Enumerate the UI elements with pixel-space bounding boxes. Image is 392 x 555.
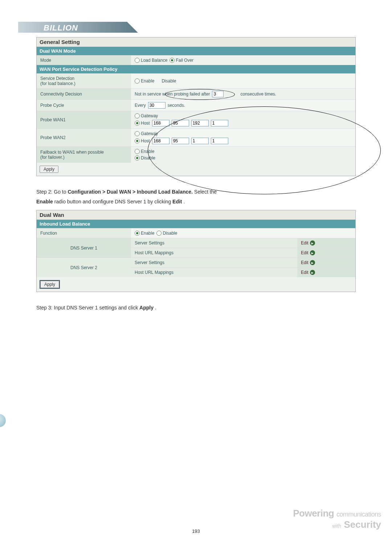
pc-input[interactable] — [148, 102, 166, 109]
func-disable-radio[interactable]: Disable — [156, 231, 177, 236]
step2-tail: . — [183, 199, 185, 204]
failback-value: Enable Disable — [131, 147, 355, 163]
step2-text: Step 2: Go to Configuration > Dual WAN >… — [36, 187, 356, 206]
edit-icon: ▸ — [310, 250, 315, 255]
dns1-server-settings: Server Settings — [131, 238, 297, 248]
probe-wan2-label: Probe WAN2 — [37, 129, 131, 146]
fb-disable-radio[interactable]: Disable — [135, 155, 155, 161]
cd-input[interactable] — [212, 91, 224, 97]
func-enable-radio[interactable]: Enable — [135, 231, 154, 236]
pw1-gateway-radio[interactable]: Gateway — [135, 113, 158, 118]
powering-word: Powering — [293, 508, 334, 519]
dual-wan-panel: Dual Wan Inbound Load Balance Function E… — [36, 210, 356, 292]
function-value: Enable Disable — [131, 228, 355, 238]
edit-icon: ▸ — [310, 270, 315, 275]
pw1-ip-1[interactable] — [172, 120, 189, 126]
step2-enable: Enable — [36, 199, 53, 204]
func-enable-text: Enable — [141, 231, 154, 236]
page-footer: 193 Powering communications with Securit… — [0, 528, 392, 534]
step2-mid2: radio button and configure DNS Server 1 … — [54, 199, 172, 204]
dns1-host-url: Host URL Mappings — [131, 248, 297, 258]
pc-post: seconds. — [168, 103, 185, 108]
pw2-host-text: Host — [141, 138, 150, 143]
sd-enable-radio[interactable]: Enable — [135, 78, 154, 84]
dns2-host-url: Host URL Mappings — [131, 267, 297, 277]
mode-fail-over-radio[interactable]: Fail Over — [170, 58, 193, 63]
section-wan-detect: WAN Port Service Detection Policy — [37, 65, 355, 73]
powering-logo: Powering communications with Security — [293, 508, 381, 530]
step2-path: Configuration > Dual WAN > Inbound Load … — [68, 189, 193, 195]
pc-pre: Every — [135, 103, 146, 108]
sd-enable-text: Enable — [141, 78, 154, 84]
radio-icon — [156, 231, 162, 236]
radio-icon — [135, 113, 140, 118]
fb-enable-text: Enable — [141, 149, 154, 154]
pw2-gateway-radio[interactable]: Gateway — [135, 131, 158, 136]
billion-logo-icon: BILLION — [18, 22, 138, 38]
pw2-ip-2[interactable] — [191, 138, 209, 144]
fb-enable-radio[interactable]: Enable — [135, 149, 154, 154]
probe-wan1-value: Gateway Host — [131, 111, 355, 129]
step2-mid1: Select the — [194, 189, 217, 195]
pw2-ip-1[interactable] — [172, 138, 189, 144]
pw2-ip-3[interactable] — [211, 138, 228, 144]
apply-button[interactable]: Apply — [40, 166, 58, 173]
pw1-ip-3[interactable] — [211, 120, 228, 126]
pw2-ip-0[interactable] — [152, 138, 170, 144]
pw1-ip-2[interactable] — [191, 120, 209, 126]
decorative-orb-icon — [0, 414, 6, 427]
function-label: Function — [37, 228, 131, 238]
pw1-ip-0[interactable] — [152, 120, 170, 126]
radio-icon — [170, 58, 175, 63]
probe-cycle-label: Probe Cycle — [37, 100, 131, 111]
probe-wan1-label: Probe WAN1 — [37, 111, 131, 129]
radio-icon — [135, 155, 140, 161]
security-word: Security — [344, 519, 381, 530]
pw2-gw-text: Gateway — [141, 131, 158, 136]
dns2-server-settings: Server Settings — [131, 258, 297, 267]
step3-tail: . — [155, 305, 156, 311]
radio-icon — [135, 121, 140, 126]
dns2-ss-edit[interactable]: Edit ▸ — [297, 258, 355, 267]
mode-fo-label: Fail Over — [176, 58, 193, 63]
radio-icon — [135, 131, 140, 136]
radio-icon — [135, 231, 140, 236]
dns1-ss-edit[interactable]: Edit ▸ — [297, 238, 355, 248]
pw1-host-text: Host — [141, 121, 150, 126]
pw2-host-radio[interactable]: Host — [135, 138, 150, 143]
connectivity-decision-label: Connectivity Decision — [37, 89, 131, 100]
step3-pre: Step 3: Input DNS Server 1 settings and … — [36, 305, 139, 311]
dns2-hum-edit[interactable]: Edit ▸ — [297, 267, 355, 277]
radio-icon — [135, 138, 140, 143]
fb-disable-text: Disable — [141, 155, 155, 161]
radio-icon — [135, 78, 140, 84]
communications-word: communications — [336, 511, 381, 518]
edit-label: Edit — [301, 270, 309, 275]
cd-post: consecutive times. — [240, 92, 276, 97]
edit-label: Edit — [301, 240, 309, 246]
radio-icon — [135, 58, 140, 63]
sd-disable-radio[interactable]: Disable — [162, 78, 176, 84]
dns1-hum-edit[interactable]: Edit ▸ — [297, 248, 355, 258]
mode-lb-label: Load Balance — [141, 58, 167, 63]
dualwan-apply-row: Apply — [37, 277, 355, 292]
svg-text:BILLION: BILLION — [44, 23, 78, 32]
section-dual-wan-mode: Dual WAN Mode — [37, 47, 355, 55]
service-detection-value: Enable Disable — [131, 74, 355, 88]
dns2-label: DNS Server 2 — [37, 258, 131, 277]
with-word: with — [332, 523, 341, 529]
service-detection-label: Service Detection (for load balance.) — [37, 74, 131, 88]
dualwan-apply-button[interactable]: Apply — [40, 281, 59, 288]
step2-pre: Step 2: Go to — [36, 189, 68, 195]
probe-wan2-value: Gateway Host — [131, 129, 355, 146]
edit-icon: ▸ — [310, 260, 315, 265]
step3-text: Step 3: Input DNS Server 1 settings and … — [36, 303, 356, 313]
pw1-host-radio[interactable]: Host — [135, 121, 150, 126]
radio-icon — [135, 149, 140, 154]
dns1-label: DNS Server 1 — [37, 238, 131, 258]
logo-banner: BILLION — [36, 22, 356, 36]
mode-load-balance-radio[interactable]: Load Balance — [135, 58, 167, 63]
pw1-gw-text: Gateway — [141, 113, 158, 118]
apply-row: Apply — [37, 163, 355, 176]
svg-marker-0 — [18, 22, 138, 33]
